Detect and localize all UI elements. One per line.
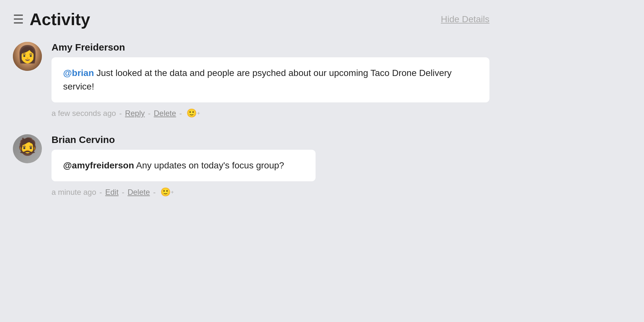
header-left: ☰ Activity	[13, 10, 90, 29]
message-text-amy: @brian Just looked at the data and peopl…	[63, 68, 452, 91]
timestamp-amy: a few seconds ago	[52, 109, 116, 118]
action-row-brian: a minute ago - Edit - Delete - 🙂+	[52, 187, 489, 197]
activity-icon: ☰	[13, 13, 24, 25]
reply-link-amy[interactable]: Reply	[125, 109, 145, 118]
message-body-amy: Just looked at the data and people are p…	[63, 68, 452, 91]
delete-link-brian[interactable]: Delete	[128, 188, 150, 197]
delete-link-amy[interactable]: Delete	[154, 109, 176, 118]
user-name-amy: Amy Freiderson	[52, 42, 489, 53]
activity-item-amy: Amy Freiderson @brian Just looked at the…	[13, 42, 489, 118]
hide-details-button[interactable]: Hide Details	[441, 14, 489, 24]
avatar-brian	[13, 134, 42, 163]
panel-title: Activity	[30, 10, 90, 29]
emoji-reaction-amy[interactable]: 🙂+	[186, 108, 200, 118]
message-body-brian: Any updates on today's focus group?	[134, 160, 284, 170]
mention-amyfreiderson: @amyfreiderson	[63, 160, 134, 170]
action-row-amy: a few seconds ago - Reply - Delete - 🙂+	[52, 108, 489, 118]
message-bubble-brian: @amyfreiderson Any updates on today's fo…	[52, 150, 316, 181]
timestamp-brian: a minute ago	[52, 188, 96, 197]
activity-content-amy: Amy Freiderson @brian Just looked at the…	[52, 42, 489, 118]
panel-header: ☰ Activity Hide Details	[13, 10, 489, 29]
message-text-brian: @amyfreiderson Any updates on today's fo…	[63, 160, 284, 170]
user-name-brian: Brian Cervino	[52, 134, 489, 145]
message-bubble-amy: @brian Just looked at the data and peopl…	[52, 57, 489, 102]
activity-item-brian: Brian Cervino @amyfreiderson Any updates…	[13, 134, 489, 197]
activity-content-brian: Brian Cervino @amyfreiderson Any updates…	[52, 134, 489, 197]
activity-panel: ☰ Activity Hide Details Amy Freiderson @…	[0, 0, 502, 223]
edit-link-brian[interactable]: Edit	[105, 188, 118, 197]
emoji-reaction-brian[interactable]: 🙂+	[160, 187, 174, 197]
mention-brian: @brian	[63, 68, 94, 78]
avatar-amy	[13, 42, 42, 71]
